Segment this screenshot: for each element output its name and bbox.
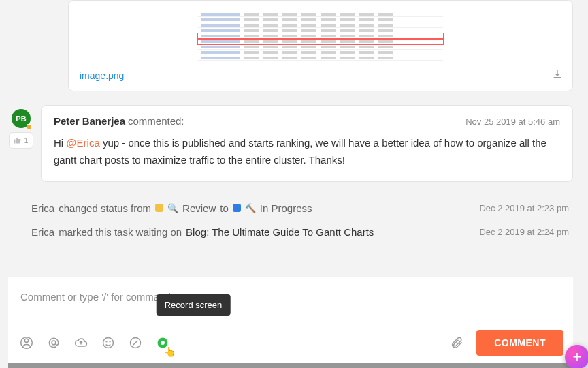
like-count: 1 <box>24 136 28 144</box>
mention-link[interactable]: @Erica <box>66 137 99 149</box>
activity-actor[interactable]: Erica <box>31 226 54 238</box>
activity-log: Erica changed status from 🔍 Review to 🔨 … <box>8 198 573 246</box>
task-reference-link[interactable]: Blog: The Ultimate Guide To Gantt Charts <box>186 226 374 238</box>
slash-command-icon[interactable] <box>128 335 143 350</box>
cursor-icon: 👆 <box>164 346 176 357</box>
comment-button[interactable]: COMMENT <box>476 330 564 356</box>
browser-tabs-strip <box>8 363 573 368</box>
download-icon[interactable] <box>552 69 563 82</box>
comment-timestamp: Nov 25 2019 at 5:46 am <box>466 117 560 127</box>
status-chip-review-icon <box>155 204 163 212</box>
mention-icon[interactable] <box>46 335 61 350</box>
status-to: In Progress <box>260 202 312 214</box>
like-button[interactable]: 1 <box>9 132 33 149</box>
avatar[interactable]: PB <box>12 109 31 128</box>
table-thumbnail <box>198 12 443 62</box>
svg-point-0 <box>24 339 28 342</box>
svg-point-9 <box>161 341 165 345</box>
attachment-card: image.png <box>68 0 573 91</box>
comment-author[interactable]: Peter Banerjea <box>54 115 125 127</box>
comment-body: Hi @Erica yup - once this is published a… <box>54 135 560 169</box>
avatar-initials: PB <box>16 114 26 123</box>
status-dot-icon <box>27 124 32 129</box>
activity-timestamp: Dec 2 2019 at 2:24 pm <box>479 227 569 237</box>
attachment-icon[interactable] <box>449 335 464 350</box>
attachment-preview[interactable] <box>80 7 561 66</box>
record-screen-icon[interactable]: 👆 <box>155 335 170 350</box>
activity-timestamp: Dec 2 2019 at 2:23 pm <box>479 203 569 213</box>
status-from: Review <box>182 202 216 214</box>
attachment-filename[interactable]: image.png <box>80 70 561 81</box>
quick-add-button[interactable]: + <box>565 345 588 368</box>
comment-block: PB 1 Peter Banerjea commented: Nov 25 20… <box>8 105 573 182</box>
comment-input[interactable]: Comment or type '/' for commands <box>18 287 564 330</box>
svg-point-3 <box>103 338 114 348</box>
emoji-icon[interactable] <box>101 335 116 350</box>
magnifier-icon: 🔍 <box>167 203 178 213</box>
activity-actor[interactable]: Erica <box>31 202 54 214</box>
activity-waiting-on: Erica marked this task waiting on Blog: … <box>31 222 569 246</box>
comment-verb: commented: <box>128 115 184 127</box>
compose-area: Comment or type '/' for commands Record … <box>8 277 573 363</box>
svg-line-7 <box>133 341 138 346</box>
compose-toolbar: 👆 COMMENT <box>18 330 564 356</box>
assign-icon[interactable] <box>19 335 34 350</box>
svg-point-4 <box>106 341 107 342</box>
comment-card: Peter Banerjea commented: Nov 25 2019 at… <box>41 105 573 182</box>
status-chip-progress-icon <box>233 204 241 212</box>
hammer-icon: 🔨 <box>245 203 256 213</box>
cloud-upload-icon[interactable] <box>74 335 88 350</box>
svg-point-2 <box>52 341 56 345</box>
svg-point-5 <box>110 341 110 342</box>
record-screen-tooltip: Record screen <box>157 294 231 316</box>
activity-status-change: Erica changed status from 🔍 Review to 🔨 … <box>31 198 569 222</box>
